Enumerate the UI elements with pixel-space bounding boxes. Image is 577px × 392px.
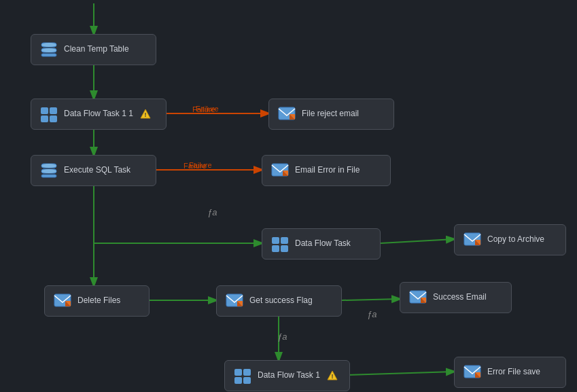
svg-point-29	[41, 169, 56, 173]
email-error-in-file-node[interactable]: Email Error in File	[262, 155, 391, 186]
email-icon-1	[277, 105, 296, 124]
clean-temp-table-node[interactable]: Clean Temp Table	[31, 34, 156, 65]
email-icon-6	[408, 288, 427, 307]
file-reject-email-label: File reject email	[302, 109, 359, 120]
delete-files-label: Delete Files	[77, 296, 120, 306]
svg-rect-13	[41, 54, 56, 56]
svg-rect-33	[272, 237, 279, 244]
svg-rect-35	[272, 245, 279, 252]
email-icon-3	[463, 230, 482, 249]
svg-rect-36	[281, 245, 288, 252]
svg-line-8	[342, 299, 400, 300]
dataflow-icon-3	[233, 366, 252, 385]
email-error-in-file-label: Email Error in File	[295, 165, 360, 176]
get-success-flag-label: Get success Flag	[249, 296, 313, 306]
db-icon-2	[39, 161, 58, 180]
svg-rect-52	[243, 377, 251, 384]
execute-sql-task-node[interactable]: Execute SQL Task	[31, 155, 156, 186]
data-flow-task-1-label: Data Flow Task 1	[258, 370, 320, 381]
svg-rect-17	[50, 107, 57, 114]
svg-point-14	[41, 43, 56, 47]
dataflow-icon-1	[39, 105, 58, 124]
fa-symbol-2: ƒa	[367, 309, 377, 319]
clean-temp-table-label: Clean Temp Table	[64, 44, 129, 55]
svg-rect-49	[234, 369, 242, 376]
warning-icon-1: !	[140, 109, 151, 120]
file-reject-email-node[interactable]: File reject email	[268, 99, 394, 130]
svg-rect-16	[41, 107, 48, 114]
error-file-save-label: Error File save	[487, 367, 540, 378]
execute-sql-task-label: Execute SQL Task	[64, 165, 130, 176]
svg-point-15	[41, 48, 56, 52]
db-icon	[39, 40, 58, 59]
dataflow-icon-2	[270, 234, 290, 253]
fa-symbol-3: ƒa	[277, 332, 287, 342]
svg-rect-51	[234, 377, 242, 384]
svg-rect-18	[41, 115, 48, 122]
email-icon-5	[225, 291, 244, 310]
get-success-flag-node[interactable]: Get success Flag	[216, 285, 342, 317]
svg-rect-27	[41, 175, 56, 177]
svg-text:!: !	[331, 373, 333, 380]
svg-rect-50	[243, 369, 251, 376]
data-flow-task-label: Data Flow Task	[295, 238, 351, 249]
delete-files-node[interactable]: Delete Files	[44, 285, 150, 317]
failure-label-overlay-1: Failure	[192, 105, 215, 113]
svg-text:!: !	[144, 111, 146, 118]
data-flow-task-11-label: Data Flow Task 1 1	[64, 109, 133, 120]
fa-symbol-1: ƒa	[207, 207, 217, 217]
email-icon-4	[53, 291, 72, 310]
svg-line-5	[381, 239, 454, 243]
failure-label-2: Failure	[189, 161, 212, 169]
copy-to-archive-node[interactable]: Copy to Archive	[454, 224, 566, 255]
data-flow-task-node[interactable]: Data Flow Task	[262, 228, 381, 260]
error-file-save-node[interactable]: Error File save	[454, 357, 566, 388]
warning-icon-2: !	[327, 370, 338, 381]
failure-label-1: Failure	[196, 105, 219, 113]
svg-point-28	[41, 164, 56, 168]
email-icon-2	[270, 161, 290, 180]
data-flow-task-11-node[interactable]: Data Flow Task 1 1 !	[31, 99, 167, 130]
email-icon-7	[463, 363, 482, 382]
copy-to-archive-label: Copy to Archive	[487, 234, 544, 245]
svg-line-10	[347, 372, 454, 375]
failure-label-overlay-2: Failure	[183, 162, 207, 170]
data-flow-task-1-node[interactable]: Data Flow Task 1 !	[224, 360, 350, 391]
success-email-label: Success Email	[433, 292, 487, 303]
svg-rect-34	[281, 237, 288, 244]
svg-rect-19	[50, 115, 57, 122]
success-email-node[interactable]: Success Email	[400, 282, 512, 313]
